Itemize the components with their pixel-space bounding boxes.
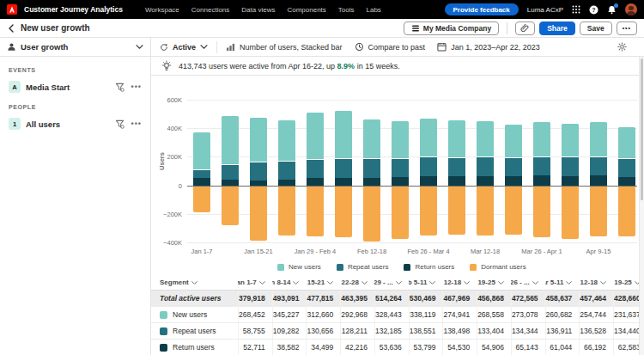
value-cell[interactable]: 58,755	[238, 323, 272, 340]
bar-segment-repeat-users[interactable]	[222, 164, 239, 180]
value-cell[interactable]: 493,091	[272, 291, 307, 307]
more-menu-button[interactable]: •••	[131, 119, 142, 128]
value-cell[interactable]: 134,344	[511, 323, 545, 340]
bar-segment-dormant-users[interactable]	[392, 187, 409, 239]
bar-segment-repeat-users[interactable]	[193, 169, 210, 178]
bar-segment-new-users[interactable]	[533, 121, 550, 156]
bar-segment-new-users[interactable]	[505, 124, 522, 156]
nav-item-tools[interactable]: Tools	[338, 6, 355, 14]
bar-segment-return-users[interactable]	[420, 176, 437, 186]
column-header-week-1[interactable]: Jan 1-7	[238, 275, 272, 291]
value-cell[interactable]: 136,911	[545, 323, 580, 340]
bar-segment-dormant-users[interactable]	[250, 187, 267, 241]
column-header-week-3[interactable]: Jan 15-21	[306, 275, 340, 291]
bar-segment-return-users[interactable]	[307, 178, 324, 186]
column-header-week-4[interactable]: Jan 22-28	[340, 275, 374, 291]
bar-segment-dormant-users[interactable]	[363, 187, 380, 242]
row-label-cell[interactable]: New users	[151, 307, 238, 323]
bar-segment-dormant-users[interactable]	[222, 187, 239, 226]
row-label-cell[interactable]: Total active users	[151, 291, 238, 307]
avatar[interactable]	[625, 3, 637, 15]
bar-segment-new-users[interactable]	[250, 117, 267, 162]
bar-segment-return-users[interactable]	[562, 176, 579, 186]
bar-segment-return-users[interactable]	[533, 175, 550, 185]
event-item-media-start[interactable]: AMedia Start•••	[9, 78, 142, 95]
bar-segment-repeat-users[interactable]	[250, 162, 267, 181]
value-cell[interactable]: 109,282	[272, 323, 307, 340]
save-button[interactable]: Save	[580, 21, 612, 35]
column-header-week-2[interactable]: Jan 8-14	[272, 275, 307, 291]
notifications-button[interactable]	[607, 5, 617, 15]
value-cell[interactable]: 128,211	[340, 323, 374, 340]
row-label-cell[interactable]: Repeat users	[151, 323, 238, 340]
bar-segment-dormant-users[interactable]	[590, 187, 607, 236]
bar-segment-repeat-users[interactable]	[363, 158, 380, 178]
bar-segment-dormant-users[interactable]	[420, 187, 437, 236]
compare-to-past-control[interactable]: Compare to past	[355, 42, 426, 52]
bar-segment-dormant-users[interactable]	[533, 187, 550, 237]
column-header-week-5[interactable]: Jan 29 - ...	[374, 275, 409, 291]
value-cell[interactable]: 61,044	[545, 340, 580, 355]
bar-segment-repeat-users[interactable]	[590, 156, 607, 176]
more-menu-button[interactable]: •••	[131, 83, 142, 91]
value-cell[interactable]: 54,530	[442, 340, 477, 355]
value-cell[interactable]: 457,464	[579, 291, 613, 307]
bar-segment-new-users[interactable]	[307, 112, 324, 159]
value-cell[interactable]: 273,078	[511, 307, 545, 323]
bar-segment-new-users[interactable]	[420, 118, 437, 156]
app-switcher-button[interactable]	[572, 5, 580, 14]
bar-segment-new-users[interactable]	[448, 119, 465, 156]
value-cell[interactable]: 467,969	[442, 291, 477, 307]
bar-segment-return-users[interactable]	[278, 180, 295, 186]
vertical-scrollbar[interactable]	[639, 57, 644, 355]
value-cell[interactable]: 133,404	[477, 323, 511, 340]
value-cell[interactable]: 268,452	[238, 307, 272, 323]
provide-feedback-button[interactable]: Provide feedback	[445, 3, 519, 15]
bar-segment-return-users[interactable]	[590, 175, 607, 185]
value-cell[interactable]: 34,499	[306, 340, 340, 355]
back-icon[interactable]	[7, 23, 15, 34]
value-cell[interactable]: 54,906	[477, 340, 511, 355]
status-dropdown[interactable]: Active	[160, 43, 208, 52]
legend-item-return-users[interactable]: Return users	[404, 263, 454, 271]
value-cell[interactable]: 379,918	[238, 291, 272, 307]
bar-segment-repeat-users[interactable]	[505, 157, 522, 176]
nav-item-labs[interactable]: Labs	[366, 6, 380, 14]
bar-segment-repeat-users[interactable]	[335, 158, 352, 178]
bar-segment-dormant-users[interactable]	[448, 187, 465, 235]
value-cell[interactable]: 514,264	[374, 291, 409, 307]
value-cell[interactable]: 345,227	[272, 307, 307, 323]
value-cell[interactable]: 312,660	[306, 307, 340, 323]
value-cell[interactable]: 274,941	[442, 307, 477, 323]
panel-settings-button[interactable]	[617, 42, 627, 52]
bar-segment-repeat-users[interactable]	[618, 158, 635, 177]
bar-segment-dormant-users[interactable]	[307, 187, 324, 236]
value-cell[interactable]: 38,582	[272, 340, 307, 355]
bar-segment-dormant-users[interactable]	[618, 187, 635, 236]
bar-segment-repeat-users[interactable]	[278, 161, 295, 179]
value-cell[interactable]: 463,395	[340, 291, 374, 307]
nav-item-components[interactable]: Components	[287, 6, 325, 14]
help-button[interactable]: ?	[589, 5, 598, 15]
link-button[interactable]	[515, 21, 535, 35]
bar-segment-repeat-users[interactable]	[307, 159, 324, 178]
bar-segment-return-users[interactable]	[618, 177, 635, 186]
value-cell[interactable]: 42,216	[340, 340, 374, 355]
bar-segment-new-users[interactable]	[222, 115, 239, 164]
bar-segment-new-users[interactable]	[193, 132, 210, 170]
column-header-week-8[interactable]: Feb 19-25	[477, 275, 511, 291]
bar-segment-repeat-users[interactable]	[477, 156, 494, 176]
nav-item-workspace[interactable]: Workspace	[145, 6, 179, 14]
value-cell[interactable]: 477,815	[306, 291, 340, 307]
date-range-control[interactable]: Jan 1, 2023–Apr 22, 2023	[437, 42, 540, 52]
company-selector-button[interactable]: My Media Company	[404, 21, 499, 35]
value-cell[interactable]: 66,192	[579, 340, 613, 355]
bar-segment-repeat-users[interactable]	[562, 156, 579, 176]
bar-segment-return-users[interactable]	[392, 177, 409, 185]
more-actions-button[interactable]: •••	[617, 21, 637, 35]
column-header-week-9[interactable]: Feb 26 - ...	[511, 275, 545, 291]
value-cell[interactable]: 530,469	[409, 291, 443, 307]
bar-segment-dormant-users[interactable]	[505, 187, 522, 235]
bar-segment-return-users[interactable]	[193, 178, 210, 186]
bar-segment-return-users[interactable]	[335, 178, 352, 186]
